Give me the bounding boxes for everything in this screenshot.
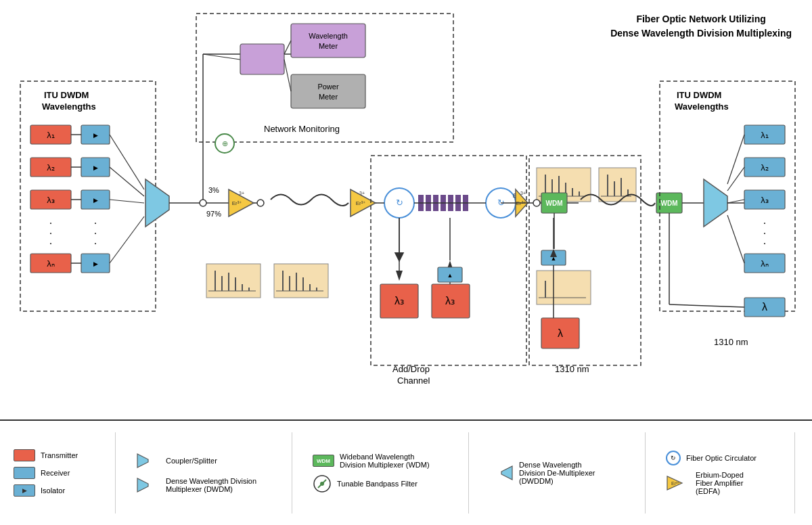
dwddm-icon [489,463,514,482]
svg-text:·: · [49,237,52,249]
transmitter-icon [14,449,35,461]
divider-5 [794,432,795,513]
tunable-label: Tunable Bandpass Filter [337,480,418,488]
svg-rect-49 [240,44,284,74]
legend-wdm: WDM Wideband WavelengthDivision Multiple… [313,453,448,469]
svg-text:λ₂: λ₂ [47,162,55,173]
diagram-svg: ITU DWDM Wavelengths λ₁ λ₂ λ₃ · · · λₙ ▶… [0,0,812,419]
svg-line-31 [110,200,144,203]
legend-edfa: Er³⁺ Erbium-DopedFiber Amplifier(EDFA) [666,471,774,495]
svg-text:λₙ: λₙ [761,258,769,269]
svg-text:Meter: Meter [319,93,338,101]
svg-marker-83 [396,271,403,281]
svg-text:Channel: Channel [397,375,430,386]
svg-text:WDM: WDM [661,200,678,207]
svg-text:λ₁: λ₁ [47,130,55,140]
legend-isolator: ▶ Isolator [14,484,95,497]
svg-text:▶: ▶ [93,197,98,204]
svg-text:λ₃: λ₃ [445,295,455,306]
circulator-label: Fiber Optic Circulator [686,454,757,462]
dwdm-label: Dense Wavelength DivisionMultiplexer (DW… [166,477,256,493]
svg-text:Wavelengths: Wavelengths [675,101,729,112]
legend-transmitter: Transmitter [14,449,95,461]
svg-text:Er³⁺: Er³⁺ [232,200,242,206]
divider-2 [292,432,292,513]
legend-col-2: Coupler/Splitter Dense Wavelength Divisi… [136,451,271,495]
svg-point-142 [533,200,540,206]
legend-col-4: Dense WavelengthDivision De-Multiplexer(… [489,461,625,485]
svg-text:WDM: WDM [546,200,563,207]
svg-point-59 [257,200,264,206]
isolator-label: Isolator [41,486,65,495]
legend-dwdm: Dense Wavelength DivisionMultiplexer (DW… [136,476,271,495]
legend-col-5: ↻ Fiber Optic Circulator Er³⁺ Erbium-Dop… [666,451,774,495]
svg-marker-176 [137,454,148,467]
svg-point-180 [320,482,324,486]
svg-text:ITU DWDM: ITU DWDM [44,90,89,100]
receiver-label: Receiver [41,469,70,477]
dwddm-label: Dense WavelengthDivision De-Multiplexer(… [519,461,595,485]
svg-text:Add/Drop: Add/Drop [392,364,430,374]
svg-text:·: · [94,237,97,249]
svg-text:Wavelength: Wavelength [309,32,348,40]
svg-line-169 [727,215,744,263]
svg-text:λ₂: λ₂ [761,162,769,173]
svg-marker-33 [145,179,169,227]
svg-text:Er³⁺: Er³⁺ [671,481,680,486]
edfa-icon: Er³⁺ [666,474,690,493]
svg-rect-65 [371,156,526,365]
svg-text:λ₃: λ₃ [47,195,55,205]
legend-dwddm: Dense WavelengthDivision De-Multiplexer(… [489,461,625,485]
svg-text:Network Monitoring: Network Monitoring [264,124,340,134]
main-container: Fiber Optic Network Utilizing Dense Wave… [0,0,812,525]
svg-text:▶: ▶ [93,260,98,267]
legend-coupler: Coupler/Splitter [136,451,271,470]
svg-text:·: · [763,237,766,249]
svg-line-52 [203,54,240,60]
svg-rect-46 [291,74,365,108]
svg-marker-150 [704,179,727,227]
svg-text:λₙ: λₙ [47,258,55,269]
dwdm-mux-icon [136,476,160,495]
divider-3 [468,432,469,513]
legend-col-3: WDM Wideband WavelengthDivision Multiple… [313,453,448,493]
coupler-icon [136,451,160,470]
svg-text:▶: ▶ [93,164,98,171]
svg-marker-181 [501,466,512,480]
svg-text:λ: λ [762,301,767,313]
svg-text:3%: 3% [208,186,219,194]
legend-circulator: ↻ Fiber Optic Circulator [666,451,774,465]
svg-line-174 [669,304,744,307]
isolator-icon: ▶ [14,484,35,497]
wdm-label: Wideband WavelengthDivision Multiplexer … [340,453,430,469]
coupler-label: Coupler/Splitter [166,457,217,465]
svg-line-32 [110,216,144,263]
svg-text:Er³⁺: Er³⁺ [356,200,366,206]
svg-text:Meter: Meter [319,42,338,50]
svg-text:▲: ▲ [447,272,453,279]
svg-marker-177 [137,478,148,492]
legend-receiver: Receiver [14,467,95,479]
legend-tunable: Tunable Bandpass Filter [313,474,448,493]
svg-text:97%: 97% [206,210,221,218]
svg-text:↻: ↻ [396,198,403,208]
wdm-icon: WDM [313,455,334,467]
svg-text:1310 nm: 1310 nm [555,364,589,374]
legend-area: Transmitter Receiver ▶ Isolator Coupler/… [0,419,812,525]
svg-line-51 [284,60,291,91]
svg-text:λ₁: λ₁ [761,130,769,140]
circulator-icon: ↻ [666,451,681,465]
svg-text:1310 nm: 1310 nm [714,337,748,347]
svg-text:⊕: ⊕ [222,139,228,147]
svg-text:λ₃: λ₃ [761,195,769,205]
svg-text:3+: 3+ [520,191,526,196]
svg-text:Power: Power [317,83,339,91]
svg-line-167 [727,167,744,191]
svg-text:▶: ▶ [93,132,98,139]
transmitter-label: Transmitter [41,451,78,459]
svg-text:ITU DWDM: ITU DWDM [677,90,721,100]
legend-col-1: Transmitter Receiver ▶ Isolator [14,449,95,497]
tunable-icon [313,474,332,493]
svg-text:λ: λ [558,327,563,339]
edfa-label: Erbium-DopedFiber Amplifier(EDFA) [696,471,744,495]
